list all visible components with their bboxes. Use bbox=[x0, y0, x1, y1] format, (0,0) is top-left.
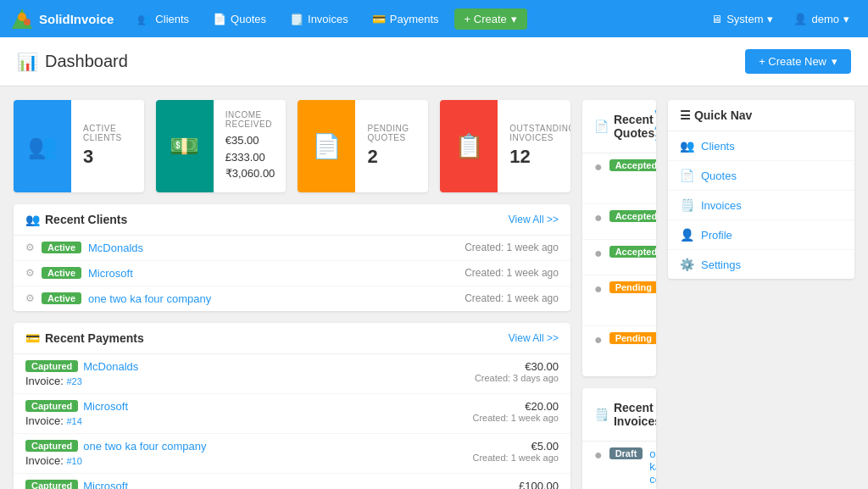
qnav-invoices-icon: 🗒️ bbox=[680, 198, 694, 212]
payment-name-3[interactable]: Microsoft bbox=[83, 480, 128, 490]
client-meta-2: Created: 1 week ago bbox=[465, 292, 559, 304]
income-received-card: 💵 INCOME RECEIVED €35.00 £333.00 ₹3,060.… bbox=[156, 100, 287, 192]
recent-invoices-panel: 🗒️ Recent Invoices View All >> ● Draft o… bbox=[582, 388, 656, 489]
qnav-clients-icon: 👥 bbox=[680, 139, 694, 153]
pending-quotes-label: PENDING QUOTES bbox=[367, 124, 416, 142]
qnav-profile-icon: 👤 bbox=[680, 228, 694, 242]
payment-meta-0: Created: 3 days ago bbox=[475, 373, 559, 383]
qnav-profile[interactable]: 👤 Profile bbox=[668, 220, 854, 250]
payments-view-all[interactable]: View All >> bbox=[509, 332, 559, 344]
gear-icon-2[interactable]: ⚙ bbox=[25, 292, 35, 304]
qnav-quotes[interactable]: 📄 Quotes bbox=[668, 161, 854, 191]
payment-row-3: Captured Microsoft Invoice: #4 £100.00 C… bbox=[14, 474, 570, 490]
client-meta-1: Created: 1 week ago bbox=[465, 267, 559, 279]
quote-bullet-0: ● bbox=[594, 159, 603, 175]
qnav-invoices[interactable]: 🗒️ Invoices bbox=[668, 191, 854, 220]
quote-badge-3: Pending bbox=[609, 281, 656, 293]
active-clients-icon: 👥 bbox=[14, 100, 71, 192]
outstanding-invoices-icon: 📋 bbox=[440, 100, 498, 192]
client-name-2[interactable]: one two ka four company bbox=[88, 292, 458, 305]
payment-badge-3: Captured bbox=[25, 480, 78, 489]
payment-badge-0: Captured bbox=[25, 360, 78, 372]
payment-invoice-2[interactable]: #10 bbox=[66, 456, 81, 466]
brand-name: SolidInvoice bbox=[39, 12, 114, 26]
gear-icon-1[interactable]: ⚙ bbox=[25, 267, 35, 279]
income-values: €35.00 £333.00 ₹3,060.00 bbox=[225, 132, 275, 182]
quote-row-2: ● Accepted Microsoft €1,000.00 Created: … bbox=[582, 240, 656, 275]
pending-quotes-icon: 📄 bbox=[298, 100, 355, 192]
quotes-nav-icon: 📄 bbox=[213, 13, 226, 25]
payment-row-1: Captured Microsoft Invoice: #14 €20.00 C… bbox=[14, 394, 570, 434]
active-clients-label: ACTIVE CLIENTS bbox=[83, 124, 132, 142]
payment-meta-2: Created: 1 week ago bbox=[472, 453, 559, 463]
page-header: 📊 Dashboard + Create New ▾ bbox=[0, 37, 868, 86]
income-label: INCOME RECEIVED bbox=[225, 110, 275, 129]
payments-panel-icon: 💳 bbox=[25, 331, 40, 345]
quote-row-0: ● Accepted one two ka four company €675.… bbox=[582, 153, 656, 204]
quote-row-1: ● Accepted McDonalds -€1,404.20 Created:… bbox=[582, 204, 656, 240]
quotes-view-all[interactable]: View All >> bbox=[654, 108, 656, 144]
client-badge-2: Active bbox=[42, 292, 81, 304]
nav-create-button[interactable]: + Create ▾ bbox=[454, 8, 527, 30]
recent-clients-title: 👥 Recent Clients bbox=[25, 213, 127, 226]
payment-invoice-1[interactable]: #14 bbox=[66, 416, 81, 426]
payment-name-1[interactable]: Microsoft bbox=[83, 400, 128, 413]
clients-nav-icon: 👥 bbox=[137, 13, 151, 25]
outstanding-invoices-value: 12 bbox=[509, 146, 570, 168]
nav-payments[interactable]: 💳 Payments bbox=[364, 9, 448, 29]
page-title: 📊 Dashboard bbox=[17, 52, 128, 72]
quote-row-4: ● Pending one two ka four company €0.00 … bbox=[582, 326, 656, 376]
clients-view-all[interactable]: View All >> bbox=[509, 214, 559, 225]
svg-point-2 bbox=[24, 19, 31, 25]
invoice-row-0: ● Draft one two ka four company €575.00 … bbox=[582, 442, 656, 489]
chevron-down-icon: ▾ bbox=[511, 13, 517, 25]
payment-amount-3: £100.00 bbox=[472, 480, 559, 490]
nav-quotes[interactable]: 📄 Quotes bbox=[204, 9, 275, 29]
invoices-panel-icon: 🗒️ bbox=[594, 408, 609, 421]
recent-invoices-title: 🗒️ Recent Invoices bbox=[594, 401, 656, 428]
nav-brand: SolidInvoice bbox=[10, 7, 114, 31]
client-row-1: ⚙ Active Microsoft Created: 1 week ago bbox=[14, 261, 570, 286]
quote-badge-0: Accepted bbox=[609, 159, 656, 171]
quote-badge-1: Accepted bbox=[609, 210, 656, 222]
quotes-panel-icon: 📄 bbox=[594, 119, 609, 133]
qnav-settings-icon: ⚙️ bbox=[680, 258, 694, 271]
invoices-rows: ● Draft one two ka four company €575.00 … bbox=[582, 442, 656, 489]
user-chevron-icon: ▾ bbox=[843, 13, 849, 25]
client-meta-0: Created: 1 week ago bbox=[465, 242, 559, 253]
nav-invoices[interactable]: 🗒️ Invoices bbox=[281, 9, 357, 29]
payment-meta-1: Created: 1 week ago bbox=[472, 413, 559, 423]
qnav-clients[interactable]: 👥 Clients bbox=[668, 131, 854, 161]
quote-bullet-3: ● bbox=[594, 281, 603, 297]
invoice-name-0[interactable]: one two ka four company bbox=[649, 447, 656, 486]
quote-bullet-4: ● bbox=[594, 332, 603, 347]
quote-bullet-1: ● bbox=[594, 210, 603, 225]
active-clients-value: 3 bbox=[83, 146, 132, 168]
recent-quotes-title: 📄 Recent Quotes bbox=[594, 113, 654, 140]
payment-invoice-0[interactable]: #23 bbox=[66, 376, 81, 386]
nav-right: 🖥 System ▾ 👤 demo ▾ bbox=[703, 9, 858, 29]
client-name-1[interactable]: Microsoft bbox=[88, 267, 458, 280]
monitor-icon: 🖥 bbox=[711, 13, 722, 25]
user-icon: 👤 bbox=[793, 13, 807, 25]
payment-amount-1: €20.00 bbox=[472, 400, 559, 413]
income-icon: 💵 bbox=[156, 100, 214, 192]
nav-system[interactable]: 🖥 System ▾ bbox=[703, 9, 782, 29]
qnav-settings[interactable]: ⚙️ Settings bbox=[668, 250, 854, 279]
recent-payments-header: 💳 Recent Payments View All >> bbox=[14, 323, 570, 354]
client-row-2: ⚙ Active one two ka four company Created… bbox=[14, 286, 570, 311]
payments-nav-icon: 💳 bbox=[372, 13, 386, 25]
stat-cards: 👥 ACTIVE CLIENTS 3 💵 INCOME RECEIVED €35… bbox=[14, 100, 570, 192]
dashboard-icon: 📊 bbox=[17, 52, 38, 72]
client-badge-1: Active bbox=[42, 267, 81, 279]
nav-clients[interactable]: 👥 Clients bbox=[129, 9, 198, 29]
payment-name-0[interactable]: McDonalds bbox=[83, 360, 138, 373]
recent-quotes-header: 📄 Recent Quotes View All >> bbox=[582, 100, 656, 153]
payment-row-2: Captured one two ka four company Invoice… bbox=[14, 434, 570, 474]
gear-icon-0[interactable]: ⚙ bbox=[25, 242, 35, 253]
client-name-0[interactable]: McDonalds bbox=[88, 242, 458, 254]
nav-demo-user[interactable]: 👤 demo ▾ bbox=[785, 9, 858, 29]
payments-rows: Captured McDonalds Invoice: #23 €30.00 C… bbox=[14, 354, 570, 490]
create-new-button[interactable]: + Create New ▾ bbox=[745, 49, 851, 74]
payment-name-2[interactable]: one two ka four company bbox=[83, 440, 206, 453]
